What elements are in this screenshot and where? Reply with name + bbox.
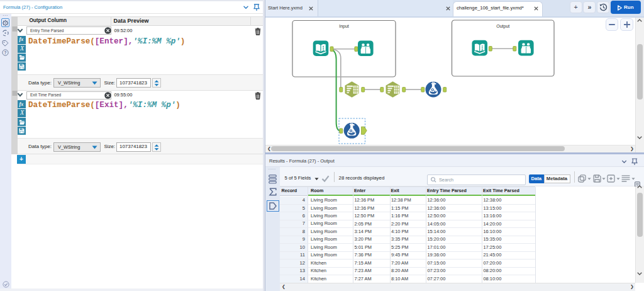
svg-text:Output: Output xyxy=(496,23,509,28)
svg-text:?: ? xyxy=(4,50,6,54)
svg-text:Input: Input xyxy=(339,24,349,29)
